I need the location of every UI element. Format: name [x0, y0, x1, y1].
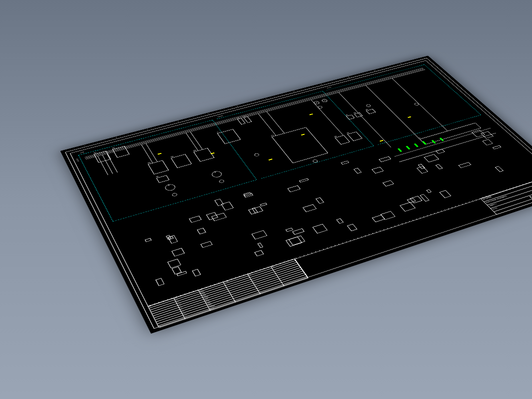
drawing-sheet[interactable]: 1 2 3 4 5 6 7 8 9 10 11 12 主回路 控制回路 PLC …: [60, 56, 532, 334]
grid-col-6: 6: [237, 106, 238, 106]
component-label: KM1: [148, 162, 151, 164]
component-label: QF2: [112, 147, 116, 148]
component-label: KM3: [193, 150, 196, 152]
component-label: PLC: [271, 134, 274, 136]
component-label: QF1: [94, 152, 97, 154]
grid-col-1: 1: [84, 146, 86, 146]
component-label: FR1: [156, 176, 160, 178]
component-label: SB1: [346, 114, 348, 116]
cad-3d-scene: 1 2 3 4 5 6 7 8 9 10 11 12 主回路 控制回路 PLC …: [0, 0, 532, 399]
grid-col-4: 4: [178, 121, 179, 122]
component-label: SB2: [354, 112, 356, 114]
component-label: T1: [216, 132, 218, 133]
grid-col-7: 7: [266, 98, 267, 99]
grid-col-9: 9: [321, 84, 322, 85]
component-label: KA2: [346, 132, 350, 134]
grid-col-3: 3: [147, 129, 148, 130]
component-label: SA1: [365, 109, 368, 110]
component-label: FU2: [243, 116, 246, 117]
component-label: KA1: [334, 136, 338, 137]
grid-col-5: 5: [208, 113, 209, 114]
component-label: FU1: [236, 118, 240, 119]
component-label: X1: [418, 138, 421, 139]
grid-col-2: 2: [116, 137, 118, 138]
component-label: KM2: [170, 156, 174, 158]
